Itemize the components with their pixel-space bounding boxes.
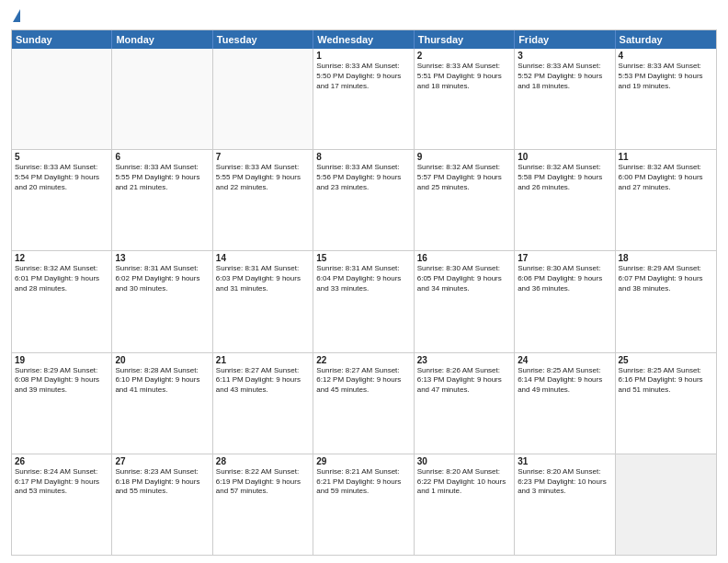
cell-daylight-info: Sunrise: 8:23 AM Sunset: 6:18 PM Dayligh… — [115, 467, 209, 497]
day-number: 6 — [115, 152, 209, 162]
cell-daylight-info: Sunrise: 8:29 AM Sunset: 6:07 PM Dayligh… — [619, 264, 713, 293]
cell-daylight-info: Sunrise: 8:33 AM Sunset: 5:54 PM Dayligh… — [15, 163, 108, 192]
cell-daylight-info: Sunrise: 8:33 AM Sunset: 5:53 PM Dayligh… — [619, 62, 713, 91]
calendar-cell: 13Sunrise: 8:31 AM Sunset: 6:02 PM Dayli… — [112, 251, 212, 351]
cell-daylight-info: Sunrise: 8:27 AM Sunset: 6:12 PM Dayligh… — [316, 366, 410, 396]
calendar-cell: 5Sunrise: 8:33 AM Sunset: 5:54 PM Daylig… — [12, 150, 112, 250]
day-number: 17 — [518, 253, 611, 263]
cell-daylight-info: Sunrise: 8:24 AM Sunset: 6:17 PM Dayligh… — [15, 467, 108, 497]
cell-daylight-info: Sunrise: 8:25 AM Sunset: 6:16 PM Dayligh… — [619, 366, 713, 396]
calendar-row: 5Sunrise: 8:33 AM Sunset: 5:54 PM Daylig… — [12, 149, 716, 250]
calendar-cell: 15Sunrise: 8:31 AM Sunset: 6:04 PM Dayli… — [313, 251, 414, 351]
calendar-cell — [12, 49, 112, 149]
calendar-cell: 18Sunrise: 8:29 AM Sunset: 6:07 PM Dayli… — [616, 251, 716, 351]
header — [11, 9, 717, 24]
page: SundayMondayTuesdayWednesdayThursdayFrid… — [0, 0, 728, 563]
calendar-cell: 23Sunrise: 8:26 AM Sunset: 6:13 PM Dayli… — [415, 353, 515, 454]
day-number: 20 — [115, 355, 209, 365]
cell-daylight-info: Sunrise: 8:20 AM Sunset: 6:23 PM Dayligh… — [518, 467, 611, 497]
day-number: 11 — [619, 152, 713, 162]
calendar-cell: 2Sunrise: 8:33 AM Sunset: 5:51 PM Daylig… — [415, 49, 515, 149]
weekday-header: Sunday — [12, 30, 112, 49]
calendar-cell: 29Sunrise: 8:21 AM Sunset: 6:21 PM Dayli… — [313, 454, 414, 555]
day-number: 26 — [15, 456, 108, 466]
cell-daylight-info: Sunrise: 8:25 AM Sunset: 6:14 PM Dayligh… — [518, 366, 611, 396]
cell-daylight-info: Sunrise: 8:32 AM Sunset: 5:57 PM Dayligh… — [417, 163, 511, 192]
day-number: 30 — [417, 456, 511, 466]
day-number: 18 — [619, 253, 713, 263]
day-number: 15 — [316, 253, 410, 263]
calendar-cell: 25Sunrise: 8:25 AM Sunset: 6:16 PM Dayli… — [616, 353, 716, 454]
calendar-cell: 17Sunrise: 8:30 AM Sunset: 6:06 PM Dayli… — [515, 251, 615, 351]
cell-daylight-info: Sunrise: 8:33 AM Sunset: 5:55 PM Dayligh… — [115, 163, 209, 192]
calendar-cell: 9Sunrise: 8:32 AM Sunset: 5:57 PM Daylig… — [415, 150, 515, 250]
day-number: 31 — [518, 456, 611, 466]
weekday-header: Monday — [112, 30, 212, 49]
calendar-cell — [616, 454, 716, 555]
day-number: 13 — [115, 253, 209, 263]
calendar-cell: 27Sunrise: 8:23 AM Sunset: 6:18 PM Dayli… — [112, 454, 212, 555]
day-number: 7 — [216, 152, 310, 162]
calendar-cell: 4Sunrise: 8:33 AM Sunset: 5:53 PM Daylig… — [616, 49, 716, 149]
calendar-cell: 16Sunrise: 8:30 AM Sunset: 6:05 PM Dayli… — [415, 251, 515, 351]
weekday-header: Saturday — [616, 30, 716, 49]
day-number: 23 — [417, 355, 511, 365]
day-number: 10 — [518, 152, 611, 162]
calendar-cell: 19Sunrise: 8:29 AM Sunset: 6:08 PM Dayli… — [12, 353, 112, 454]
calendar-cell: 7Sunrise: 8:33 AM Sunset: 5:55 PM Daylig… — [213, 150, 313, 250]
cell-daylight-info: Sunrise: 8:27 AM Sunset: 6:11 PM Dayligh… — [216, 366, 310, 396]
calendar-cell — [112, 49, 212, 149]
cell-daylight-info: Sunrise: 8:33 AM Sunset: 5:52 PM Dayligh… — [518, 62, 611, 91]
calendar-cell: 8Sunrise: 8:33 AM Sunset: 5:56 PM Daylig… — [313, 150, 414, 250]
day-number: 14 — [216, 253, 310, 263]
calendar-cell: 24Sunrise: 8:25 AM Sunset: 6:14 PM Dayli… — [515, 353, 615, 454]
calendar-header: SundayMondayTuesdayWednesdayThursdayFrid… — [12, 30, 716, 49]
cell-daylight-info: Sunrise: 8:33 AM Sunset: 5:50 PM Dayligh… — [316, 62, 410, 91]
calendar-cell: 3Sunrise: 8:33 AM Sunset: 5:52 PM Daylig… — [515, 49, 615, 149]
weekday-header: Tuesday — [213, 30, 313, 49]
calendar-cell: 21Sunrise: 8:27 AM Sunset: 6:11 PM Dayli… — [213, 353, 313, 454]
calendar: SundayMondayTuesdayWednesdayThursdayFrid… — [11, 29, 717, 556]
cell-daylight-info: Sunrise: 8:28 AM Sunset: 6:10 PM Dayligh… — [115, 366, 209, 396]
cell-daylight-info: Sunrise: 8:26 AM Sunset: 6:13 PM Dayligh… — [417, 366, 511, 396]
calendar-cell: 11Sunrise: 8:32 AM Sunset: 6:00 PM Dayli… — [616, 150, 716, 250]
calendar-cell: 14Sunrise: 8:31 AM Sunset: 6:03 PM Dayli… — [213, 251, 313, 351]
calendar-body: 1Sunrise: 8:33 AM Sunset: 5:50 PM Daylig… — [12, 49, 716, 555]
weekday-header: Wednesday — [313, 30, 414, 49]
cell-daylight-info: Sunrise: 8:33 AM Sunset: 5:55 PM Dayligh… — [216, 163, 310, 192]
calendar-row: 26Sunrise: 8:24 AM Sunset: 6:17 PM Dayli… — [12, 454, 716, 555]
calendar-cell: 26Sunrise: 8:24 AM Sunset: 6:17 PM Dayli… — [12, 454, 112, 555]
day-number: 27 — [115, 456, 209, 466]
cell-daylight-info: Sunrise: 8:20 AM Sunset: 6:22 PM Dayligh… — [417, 467, 511, 497]
day-number: 2 — [417, 51, 511, 61]
day-number: 19 — [15, 355, 108, 365]
calendar-cell: 30Sunrise: 8:20 AM Sunset: 6:22 PM Dayli… — [415, 454, 515, 555]
calendar-cell: 12Sunrise: 8:32 AM Sunset: 6:01 PM Dayli… — [12, 251, 112, 351]
day-number: 21 — [216, 355, 310, 365]
day-number: 29 — [316, 456, 410, 466]
logo-triangle-icon — [13, 9, 20, 22]
cell-daylight-info: Sunrise: 8:29 AM Sunset: 6:08 PM Dayligh… — [15, 366, 108, 396]
day-number: 25 — [619, 355, 713, 365]
calendar-cell: 22Sunrise: 8:27 AM Sunset: 6:12 PM Dayli… — [313, 353, 414, 454]
calendar-cell: 31Sunrise: 8:20 AM Sunset: 6:23 PM Dayli… — [515, 454, 615, 555]
day-number: 9 — [417, 152, 511, 162]
calendar-cell: 6Sunrise: 8:33 AM Sunset: 5:55 PM Daylig… — [112, 150, 212, 250]
day-number: 4 — [619, 51, 713, 61]
cell-daylight-info: Sunrise: 8:31 AM Sunset: 6:03 PM Dayligh… — [216, 264, 310, 293]
calendar-cell — [213, 49, 313, 149]
cell-daylight-info: Sunrise: 8:31 AM Sunset: 6:02 PM Dayligh… — [115, 264, 209, 293]
logo — [11, 9, 20, 24]
cell-daylight-info: Sunrise: 8:32 AM Sunset: 6:01 PM Dayligh… — [15, 264, 108, 293]
day-number: 3 — [518, 51, 611, 61]
day-number: 8 — [316, 152, 410, 162]
weekday-header: Friday — [515, 30, 615, 49]
calendar-cell: 10Sunrise: 8:32 AM Sunset: 5:58 PM Dayli… — [515, 150, 615, 250]
cell-daylight-info: Sunrise: 8:32 AM Sunset: 6:00 PM Dayligh… — [619, 163, 713, 192]
day-number: 5 — [15, 152, 108, 162]
weekday-header: Thursday — [415, 30, 515, 49]
cell-daylight-info: Sunrise: 8:31 AM Sunset: 6:04 PM Dayligh… — [316, 264, 410, 293]
cell-daylight-info: Sunrise: 8:33 AM Sunset: 5:56 PM Dayligh… — [316, 163, 410, 192]
calendar-cell: 28Sunrise: 8:22 AM Sunset: 6:19 PM Dayli… — [213, 454, 313, 555]
cell-daylight-info: Sunrise: 8:30 AM Sunset: 6:05 PM Dayligh… — [417, 264, 511, 293]
